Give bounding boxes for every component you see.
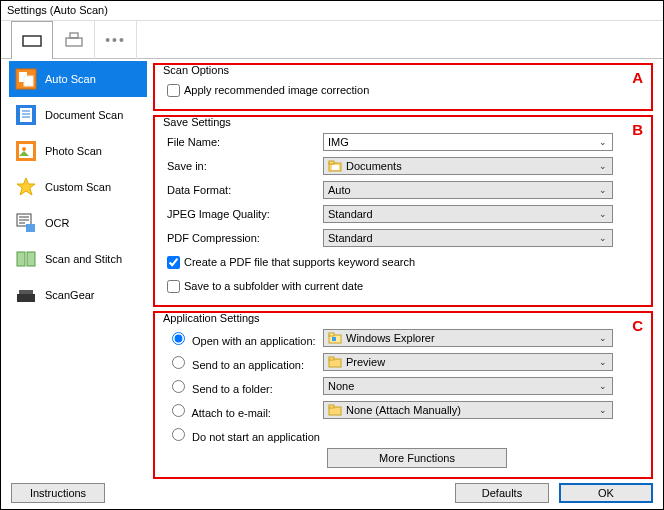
photo-scan-icon [15, 140, 37, 162]
group-scan-options: Scan Options A Apply recommended image c… [153, 63, 653, 111]
annotation-badge-c: C [632, 317, 643, 334]
jpeg-quality-value: Standard [328, 208, 373, 220]
chevron-down-icon: ⌄ [596, 135, 610, 149]
folder-docs-icon [328, 159, 342, 173]
pdf-compression-label: PDF Compression: [163, 232, 323, 244]
pdf-keyword-checkbox[interactable] [167, 256, 180, 269]
subfolder-date-checkbox[interactable] [167, 280, 180, 293]
chevron-down-icon: ⌄ [596, 331, 610, 345]
send-folder-radio[interactable] [172, 380, 185, 393]
data-format-label: Data Format: [163, 184, 323, 196]
toolbar-tab-printer[interactable] [53, 21, 95, 59]
subfolder-date-label: Save to a subfolder with current date [184, 280, 363, 292]
sidebar-item-scan-stitch[interactable]: Scan and Stitch [9, 241, 147, 277]
send-folder-value: None [328, 380, 354, 392]
data-format-value: Auto [328, 184, 351, 196]
svg-rect-21 [27, 252, 35, 266]
apply-correction-label: Apply recommended image correction [184, 84, 369, 96]
chevron-down-icon: ⌄ [596, 403, 610, 417]
ok-button[interactable]: OK [559, 483, 653, 503]
send-app-combobox[interactable]: Preview ⌄ [323, 353, 613, 371]
defaults-button[interactable]: Defaults [455, 483, 549, 503]
jpeg-quality-label: JPEG Image Quality: [163, 208, 323, 220]
annotation-badge-b: B [632, 121, 643, 138]
jpeg-quality-combobox[interactable]: Standard ⌄ [323, 205, 613, 223]
chevron-down-icon: ⌄ [596, 183, 610, 197]
toolbar-tab-scanner[interactable] [11, 21, 53, 59]
chevron-down-icon: ⌄ [596, 159, 610, 173]
send-app-value: Preview [346, 356, 385, 368]
file-name-label: File Name: [163, 136, 323, 148]
sidebar-item-custom-scan[interactable]: Custom Scan [9, 169, 147, 205]
toolbar-tab-more[interactable]: ••• [95, 21, 137, 59]
svg-rect-5 [24, 76, 33, 86]
open-with-radio[interactable] [172, 332, 185, 345]
sidebar-item-label: Auto Scan [45, 73, 96, 85]
sidebar-item-label: Photo Scan [45, 145, 102, 157]
dots-icon: ••• [105, 32, 126, 48]
group-title: Application Settings [161, 312, 262, 324]
chevron-down-icon: ⌄ [596, 355, 610, 369]
more-functions-button[interactable]: More Functions [327, 448, 507, 468]
attach-email-combobox[interactable]: None (Attach Manually) ⌄ [323, 401, 613, 419]
send-app-radio[interactable] [172, 356, 185, 369]
footer: Instructions Defaults OK [1, 481, 663, 505]
svg-rect-28 [329, 333, 334, 336]
instructions-button[interactable]: Instructions [11, 483, 105, 503]
sidebar-item-label: Custom Scan [45, 181, 111, 193]
group-app-settings: Application Settings C Open with an appl… [153, 311, 653, 479]
folder-icon [328, 355, 342, 369]
sidebar-item-label: Scan and Stitch [45, 253, 122, 265]
save-in-value: Documents [346, 160, 402, 172]
apply-correction-checkbox[interactable] [167, 84, 180, 97]
open-with-value: Windows Explorer [346, 332, 435, 344]
scan-stitch-icon [15, 248, 37, 270]
sidebar-item-scangear[interactable]: ScanGear [9, 277, 147, 313]
svg-rect-29 [332, 337, 336, 341]
svg-rect-33 [329, 405, 334, 408]
pdf-compression-combobox[interactable]: Standard ⌄ [323, 229, 613, 247]
svg-rect-31 [329, 357, 334, 360]
send-folder-combobox[interactable]: None ⌄ [323, 377, 613, 395]
explorer-icon [328, 331, 342, 345]
attach-email-label: Attach to e-mail: [191, 407, 270, 419]
pdf-compression-value: Standard [328, 232, 373, 244]
svg-rect-2 [70, 33, 78, 38]
sidebar-item-label: OCR [45, 217, 69, 229]
file-name-combobox[interactable]: IMG ⌄ [323, 133, 613, 151]
svg-rect-26 [332, 165, 339, 170]
top-toolbar: ••• [1, 21, 663, 59]
attach-email-radio[interactable] [172, 404, 185, 417]
open-with-combobox[interactable]: Windows Explorer ⌄ [323, 329, 613, 347]
sidebar-item-auto-scan[interactable]: Auto Scan [9, 61, 147, 97]
sidebar-item-ocr[interactable]: OCR [9, 205, 147, 241]
svg-marker-14 [17, 178, 35, 195]
svg-rect-20 [17, 252, 25, 266]
svg-rect-19 [26, 224, 35, 232]
save-in-label: Save in: [163, 160, 323, 172]
chevron-down-icon: ⌄ [596, 207, 610, 221]
chevron-down-icon: ⌄ [596, 231, 610, 245]
svg-rect-0 [23, 36, 41, 46]
attach-email-radio-row: Attach to e-mail: [163, 401, 323, 419]
group-title: Save Settings [161, 116, 233, 128]
sidebar-item-document-scan[interactable]: Document Scan [9, 97, 147, 133]
printer-icon [64, 32, 84, 48]
folder-icon [328, 403, 342, 417]
open-with-label: Open with an application: [192, 335, 316, 347]
do-not-start-radio[interactable] [172, 428, 185, 441]
window-title: Settings (Auto Scan) [1, 1, 663, 21]
svg-rect-23 [19, 290, 33, 294]
send-app-label: Send to an application: [192, 359, 304, 371]
data-format-combobox[interactable]: Auto ⌄ [323, 181, 613, 199]
save-in-combobox[interactable]: Documents ⌄ [323, 157, 613, 175]
open-with-radio-row: Open with an application: [163, 329, 323, 347]
sidebar: Auto Scan Document Scan Photo Scan Custo… [1, 59, 149, 481]
custom-scan-icon [15, 176, 37, 198]
send-folder-label: Send to a folder: [192, 383, 273, 395]
document-scan-icon [15, 104, 37, 126]
group-title: Scan Options [161, 64, 231, 76]
send-folder-radio-row: Send to a folder: [163, 377, 323, 395]
sidebar-item-photo-scan[interactable]: Photo Scan [9, 133, 147, 169]
do-not-start-radio-row: Do not start an application [163, 425, 320, 443]
